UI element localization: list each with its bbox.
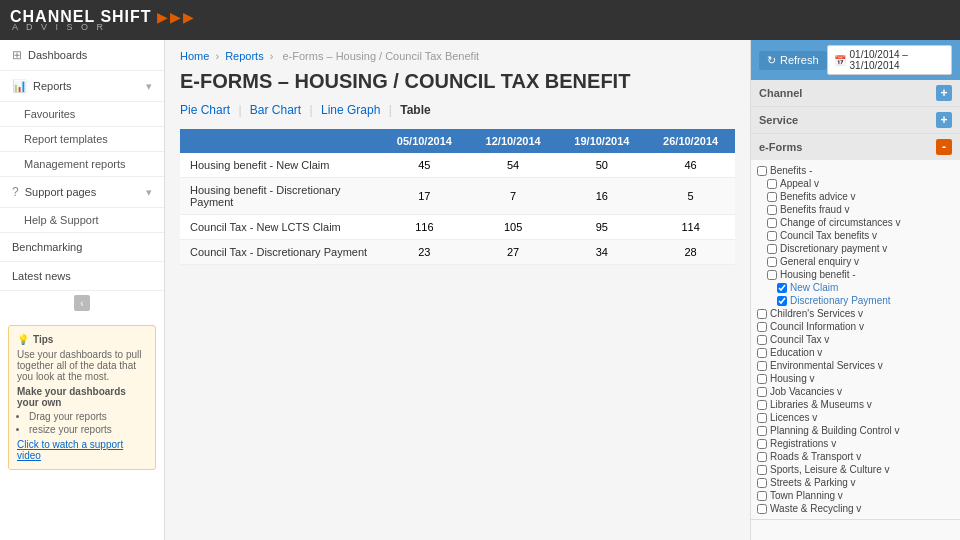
- tree-item[interactable]: Council Tax benefits v: [757, 229, 954, 242]
- tree-item-checkbox[interactable]: [757, 413, 767, 423]
- tab-bar-chart[interactable]: Bar Chart: [250, 103, 301, 117]
- tree-item-checkbox[interactable]: [767, 205, 777, 215]
- sidebar-item-label: Dashboards: [28, 49, 87, 61]
- tree-item-checkbox[interactable]: [757, 491, 767, 501]
- tree-item[interactable]: Registrations v: [757, 437, 954, 450]
- sidebar-item-support-pages[interactable]: ? Support pages: [0, 177, 164, 208]
- tree-item-checkbox[interactable]: [757, 465, 767, 475]
- tree-item[interactable]: Benefits -: [757, 164, 954, 177]
- tree-item[interactable]: Housing benefit -: [757, 268, 954, 281]
- tree-item-checkbox[interactable]: [767, 244, 777, 254]
- breadcrumb-home[interactable]: Home: [180, 50, 209, 62]
- tree-item[interactable]: Roads & Transport v: [757, 450, 954, 463]
- tab-line-graph[interactable]: Line Graph: [321, 103, 380, 117]
- refresh-button[interactable]: ↻ Refresh: [759, 51, 827, 70]
- tree-item[interactable]: Benefits advice v: [757, 190, 954, 203]
- tree-item-checkbox[interactable]: [777, 296, 787, 306]
- panel-section-service-header[interactable]: Service +: [751, 107, 960, 133]
- tree-item-checkbox[interactable]: [757, 504, 767, 514]
- sidebar-item-favourites[interactable]: Favourites: [0, 102, 164, 127]
- tree-item-checkbox[interactable]: [767, 257, 777, 267]
- panel-section-eforms-header[interactable]: e-Forms -: [751, 134, 960, 160]
- tree-item[interactable]: General enquiry v: [757, 255, 954, 268]
- tree-item-label: Housing v: [770, 373, 814, 384]
- sidebar-item-report-templates[interactable]: Report templates: [0, 127, 164, 152]
- tree-item-checkbox[interactable]: [757, 166, 767, 176]
- tree-item[interactable]: Appeal v: [757, 177, 954, 190]
- tree-item[interactable]: Environmental Services v: [757, 359, 954, 372]
- tree-item-checkbox[interactable]: [757, 309, 767, 319]
- tree-item[interactable]: Change of circumstances v: [757, 216, 954, 229]
- sidebar-item-latest-news[interactable]: Latest news: [0, 262, 164, 291]
- sidebar-item-label: Reports: [33, 80, 72, 92]
- tree-item-checkbox[interactable]: [757, 439, 767, 449]
- tips-box: 💡 Tips Use your dashboards to pull toget…: [8, 325, 156, 470]
- tree-item-checkbox[interactable]: [757, 322, 767, 332]
- tree-item[interactable]: Discretionary payment v: [757, 242, 954, 255]
- tree-item-checkbox[interactable]: [757, 348, 767, 358]
- tree-item-checkbox[interactable]: [757, 374, 767, 384]
- panel-section-eforms: e-Forms - Benefits -Appeal vBenefits adv…: [751, 134, 960, 520]
- tree-item[interactable]: Waste & Recycling v: [757, 502, 954, 515]
- tree-item-checkbox[interactable]: [757, 335, 767, 345]
- dashboards-icon: ⊞: [12, 48, 22, 62]
- tree-item-checkbox[interactable]: [757, 478, 767, 488]
- tree-item[interactable]: Discretionary Payment: [757, 294, 954, 307]
- tree-item-label: Waste & Recycling v: [770, 503, 861, 514]
- tree-item-checkbox[interactable]: [767, 270, 777, 280]
- tree-item-checkbox[interactable]: [767, 192, 777, 202]
- tree-item[interactable]: Town Planning v: [757, 489, 954, 502]
- table-row: Housing benefit - New Claim45545046: [180, 153, 735, 178]
- table-row: Housing benefit - Discretionary Payment1…: [180, 178, 735, 215]
- calendar-icon: 📅: [834, 55, 846, 66]
- tree-item-checkbox[interactable]: [757, 361, 767, 371]
- tree-item-checkbox[interactable]: [767, 179, 777, 189]
- tree-item[interactable]: Children's Services v: [757, 307, 954, 320]
- sidebar-item-benchmarking[interactable]: Benchmarking: [0, 233, 164, 262]
- main-layout: ⊞ Dashboards 📊 Reports Favourites Report…: [0, 40, 960, 540]
- tab-table[interactable]: Table: [400, 103, 430, 117]
- tree-item[interactable]: Benefits fraud v: [757, 203, 954, 216]
- tree-item[interactable]: Licences v: [757, 411, 954, 424]
- tree-item[interactable]: Planning & Building Control v: [757, 424, 954, 437]
- tree-item-checkbox[interactable]: [757, 452, 767, 462]
- table-cell-value: 28: [646, 240, 735, 265]
- sidebar-collapse-button[interactable]: ‹: [74, 295, 90, 311]
- sidebar-item-help[interactable]: Help & Support: [0, 208, 164, 233]
- table-row: Council Tax - Discretionary Payment23273…: [180, 240, 735, 265]
- eforms-collapse-button[interactable]: -: [936, 139, 952, 155]
- sidebar-item-reports[interactable]: 📊 Reports: [0, 71, 164, 102]
- tree-item[interactable]: Education v: [757, 346, 954, 359]
- sidebar-item-dashboards[interactable]: ⊞ Dashboards: [0, 40, 164, 71]
- tips-video-link[interactable]: Click to watch a support video: [17, 439, 147, 461]
- panel-section-channel-header[interactable]: Channel +: [751, 80, 960, 106]
- tree-item[interactable]: Streets & Parking v: [757, 476, 954, 489]
- tree-item-checkbox[interactable]: [767, 218, 777, 228]
- tree-item-label: Streets & Parking v: [770, 477, 856, 488]
- service-expand-button[interactable]: +: [936, 112, 952, 128]
- channel-expand-button[interactable]: +: [936, 85, 952, 101]
- tree-item[interactable]: New Claim: [757, 281, 954, 294]
- breadcrumb-current: e-Forms – Housing / Council Tax Benefit: [282, 50, 479, 62]
- tree-item[interactable]: Council Tax v: [757, 333, 954, 346]
- tree-item-label: New Claim: [790, 282, 838, 293]
- table-cell-label: Housing benefit - New Claim: [180, 153, 380, 178]
- tree-item[interactable]: Council Information v: [757, 320, 954, 333]
- tree-item-checkbox[interactable]: [757, 400, 767, 410]
- tree-item[interactable]: Job Vacancies v: [757, 385, 954, 398]
- col-header-3: 19/10/2014: [558, 129, 647, 153]
- breadcrumb-reports[interactable]: Reports: [225, 50, 264, 62]
- tree-item-checkbox[interactable]: [777, 283, 787, 293]
- tree-item-checkbox[interactable]: [757, 387, 767, 397]
- tree-item[interactable]: Sports, Leisure & Culture v: [757, 463, 954, 476]
- tab-pie-chart[interactable]: Pie Chart: [180, 103, 230, 117]
- main-content: Home › Reports › e-Forms – Housing / Cou…: [165, 40, 750, 540]
- sidebar-item-management-reports[interactable]: Management reports: [0, 152, 164, 177]
- table-cell-value: 105: [469, 215, 558, 240]
- tree-item[interactable]: Libraries & Museums v: [757, 398, 954, 411]
- tree-item[interactable]: Housing v: [757, 372, 954, 385]
- right-top-bar: ↻ Refresh 📅 01/10/2014 – 31/10/2014: [751, 40, 960, 80]
- tree-item-checkbox[interactable]: [767, 231, 777, 241]
- tree-item-checkbox[interactable]: [757, 426, 767, 436]
- app-header: CHANNEL SHIFT ▶▶▶ A D V I S O R: [0, 0, 960, 40]
